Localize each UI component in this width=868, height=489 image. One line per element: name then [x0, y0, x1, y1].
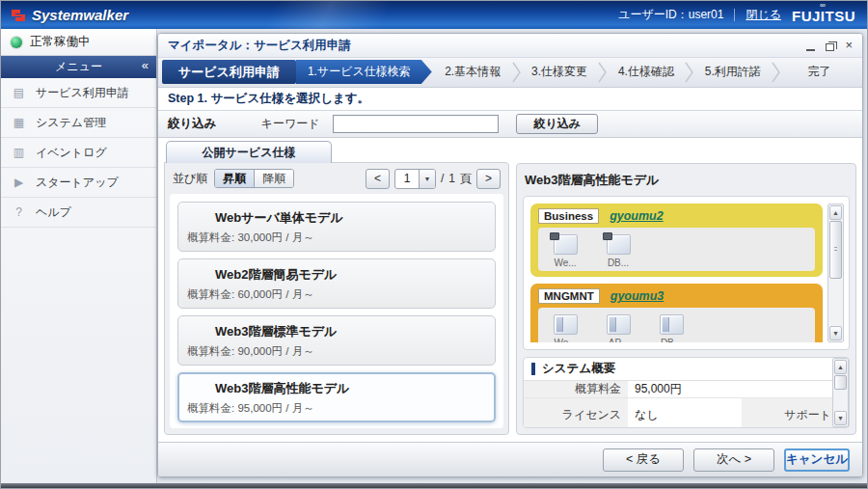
model-name: Web3階層高性能モデル: [187, 380, 486, 397]
server-node[interactable]: We...: [548, 314, 583, 342]
sidebar-item-label: サービス利用申請: [36, 85, 129, 101]
model-name: Web3階層標準モデル: [187, 323, 486, 340]
sidebar-item-service-application[interactable]: ▤ サービス利用申請: [1, 78, 156, 108]
wizard-step-5[interactable]: 5.利用許諾: [693, 60, 772, 84]
keyword-input[interactable]: [333, 115, 499, 133]
step-instruction: Step 1. サービス仕様を選択します。: [158, 88, 862, 110]
divider: [734, 9, 735, 21]
filter-section-label: 絞り込み: [168, 116, 217, 132]
menu-collapse-icon[interactable]: «: [142, 58, 149, 72]
gyoumu3-link[interactable]: gyoumu3: [610, 289, 665, 303]
tab-public-service-spec[interactable]: 公開サービス仕様: [166, 141, 332, 163]
startup-icon: ▶: [11, 176, 27, 189]
fee-value: 95,000円: [628, 381, 832, 397]
page-next-button[interactable]: >: [476, 169, 501, 189]
keyword-label: キーワード: [261, 116, 320, 132]
sidebar-item-event-log[interactable]: ▥ イベントログ: [1, 138, 156, 168]
model-name: Webサーバ単体モデル: [187, 209, 486, 227]
wizard-step-2[interactable]: 2.基本情報: [434, 60, 512, 84]
detail-title: Web3階層高性能モデル: [523, 169, 850, 196]
user-id-label: ユーザーID：user01: [618, 7, 723, 23]
server-node[interactable]: We...: [548, 234, 583, 268]
wizard-step-1-active[interactable]: 1.サービス仕様検索: [296, 60, 432, 84]
overview-row-fee: 概算料金 95,000円: [524, 381, 832, 398]
sort-descending-button[interactable]: 降順: [255, 170, 293, 187]
business-badge: Business: [538, 208, 599, 224]
status-label: 正常稼働中: [30, 34, 91, 50]
overview-scrollbar[interactable]: ▲ ▼: [832, 358, 849, 427]
scroll-thumb[interactable]: [834, 375, 847, 390]
server-icon: [607, 234, 631, 255]
model-card-web3-high-performance[interactable]: Web3階層高性能モデル 概算料金: 95,000円 / 月～: [177, 372, 496, 422]
scroll-up-icon[interactable]: ▲: [834, 360, 847, 374]
server-node[interactable]: AP...: [601, 314, 636, 342]
overview-row-license-support: ライセンス なし サポート なし: [524, 398, 832, 428]
step-separator-icon: [685, 60, 693, 84]
support-label: サポート: [742, 398, 838, 428]
dropdown-arrow-icon[interactable]: ▼: [419, 170, 435, 188]
model-price: 概算料金: 60,000円 / 月～: [187, 287, 486, 302]
header-bar-icon: [531, 363, 535, 375]
application-window: Systemwalker ユーザーID：user01 閉じる ∞FUJITSU …: [0, 0, 868, 489]
page-prev-button[interactable]: <: [366, 169, 390, 189]
model-card-web2-tier[interactable]: Web2階層簡易モデル 概算料金: 60,000円 / 月～: [177, 258, 496, 309]
top-bar: Systemwalker ユーザーID：user01 閉じる ∞FUJITSU: [1, 1, 867, 29]
logout-close-link[interactable]: 閉じる: [746, 7, 781, 23]
model-price: 概算料金: 90,000円 / 月～: [187, 344, 486, 359]
wizard-step-4[interactable]: 4.仕様確認: [607, 60, 685, 84]
server-node[interactable]: DB...: [601, 234, 636, 268]
model-name: Web2階層簡易モデル: [187, 266, 486, 284]
model-card-web-single[interactable]: Webサーバ単体モデル 概算料金: 30,000円 / 月～: [177, 202, 496, 252]
event-log-icon: ▥: [11, 146, 27, 159]
mngmnt-badge: MNGMNT: [538, 288, 600, 304]
server-label: DB...: [661, 338, 682, 342]
product-name: Systemwalker: [32, 7, 128, 23]
sort-label: 並び順: [173, 171, 207, 187]
overview-header-label: システム概要: [542, 361, 615, 377]
scroll-down-icon[interactable]: ▼: [829, 326, 842, 340]
scroll-up-icon[interactable]: ▲: [829, 205, 842, 220]
help-icon: ?: [11, 205, 27, 219]
scroll-thumb[interactable]: [829, 221, 842, 279]
page-select[interactable]: 1 ▼: [394, 169, 436, 189]
cancel-button[interactable]: キャンセル: [784, 448, 850, 472]
sidebar: 正常稼働中 メニュー « ▤ サービス利用申請 ▦ システム管理 ▥ イベントロ…: [1, 29, 157, 483]
next-button[interactable]: 次へ >: [693, 448, 774, 472]
sidebar-item-label: スタートアップ: [36, 175, 119, 191]
server-node[interactable]: DB...: [654, 314, 689, 342]
page-unit: 頁: [460, 171, 472, 187]
filter-apply-button[interactable]: 絞り込み: [516, 114, 598, 134]
server-label: We...: [554, 258, 576, 268]
wizard-title: サービス利用申請: [162, 60, 296, 84]
service-list-panel: 並び順 昇順 降順 < 1 ▼: [164, 162, 509, 435]
sidebar-item-label: システム管理: [36, 115, 106, 131]
diagram-scrollbar[interactable]: ▲ ▼: [827, 204, 844, 342]
scroll-down-icon[interactable]: ▼: [834, 411, 847, 425]
sidebar-item-help[interactable]: ? ヘルプ: [1, 198, 156, 228]
sort-ascending-button[interactable]: 昇順: [215, 170, 255, 187]
server-icon: [554, 234, 578, 255]
license-label: ライセンス: [524, 398, 628, 428]
back-button[interactable]: < 戻る: [603, 448, 684, 472]
service-application-icon: ▤: [11, 86, 27, 99]
restore-icon[interactable]: [826, 40, 834, 51]
license-value: なし: [628, 398, 742, 428]
sort-toggle: 昇順 降順: [214, 169, 294, 188]
menu-header: メニュー «: [1, 56, 156, 78]
system-status: 正常稼働中: [1, 29, 156, 56]
model-card-web3-standard[interactable]: Web3階層標準モデル 概算料金: 90,000円 / 月～: [177, 315, 496, 366]
systemwalker-logo: Systemwalker: [11, 7, 128, 23]
gyoumu2-link[interactable]: gyoumu2: [610, 209, 664, 223]
window-bottom-edge: [1, 483, 867, 488]
page-separator: /: [441, 172, 444, 185]
close-icon[interactable]: ×: [845, 40, 853, 51]
wizard-step-done[interactable]: 完了: [780, 60, 858, 84]
wizard-step-3[interactable]: 3.仕様変更: [521, 60, 599, 84]
sidebar-item-startup[interactable]: ▶ スタートアップ: [1, 168, 156, 198]
pagination: < 1 ▼ / 1 頁 >: [366, 169, 501, 189]
server-label: We...: [554, 338, 576, 342]
wizard-bar: サービス利用申請 1.サービス仕様検索 2.基本情報 3.仕様変更 4.仕様確認…: [158, 58, 862, 88]
minimize-icon[interactable]: [806, 40, 815, 51]
fujitsu-logo: ∞FUJITSU: [792, 6, 855, 24]
sidebar-item-system-management[interactable]: ▦ システム管理: [1, 108, 156, 138]
